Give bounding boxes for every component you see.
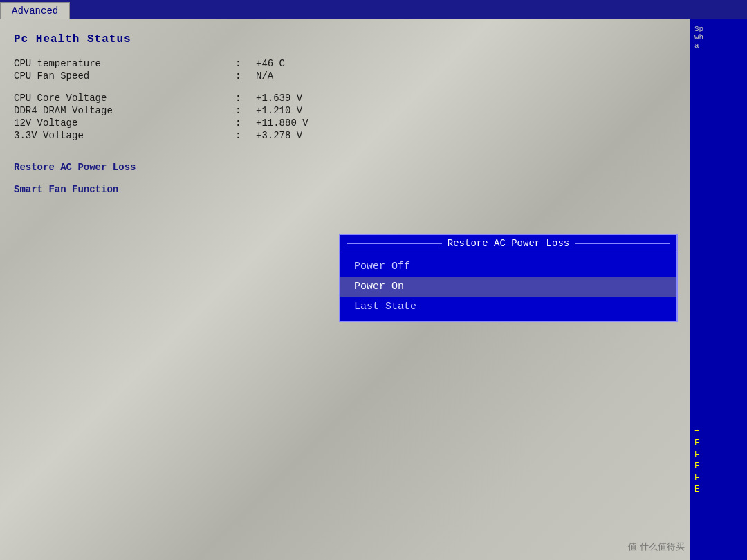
cpu-temperature-sep: : xyxy=(235,58,256,69)
cpu-core-voltage-label: CPU Core Voltage xyxy=(14,93,235,104)
cpu-core-voltage-row: CPU Core Voltage : +1.639 V xyxy=(14,93,676,104)
cpu-fan-speed-sep: : xyxy=(235,71,256,82)
tab-advanced[interactable]: Advanced xyxy=(0,2,70,19)
right-panel-bottom: + F F F F E xyxy=(692,422,747,560)
cpu-core-voltage-value: +1.639 V xyxy=(256,93,302,104)
bottom-line-2: F xyxy=(694,438,744,449)
cpu-temperature-value: +46 C xyxy=(256,58,285,69)
tab-bar: Advanced xyxy=(0,0,747,19)
dropdown-item-power-on[interactable]: Power On xyxy=(340,277,676,297)
33v-voltage-value: +3.278 V xyxy=(256,130,302,141)
33v-voltage-sep: : xyxy=(235,130,256,141)
restore-ac-label: Restore AC Power Loss xyxy=(14,162,235,173)
dropdown-title: Restore AC Power Loss xyxy=(340,235,676,252)
cpu-fan-speed-row: CPU Fan Speed : N/A xyxy=(14,71,676,82)
spacer-1 xyxy=(14,83,676,93)
bottom-line-6: E xyxy=(694,484,744,496)
12v-voltage-label: 12V Voltage xyxy=(14,118,235,129)
spacer-3 xyxy=(14,152,676,162)
spacer-4 xyxy=(14,174,676,184)
dropdown-items-list: Power Off Power On Last State xyxy=(340,252,676,321)
cpu-temperature-row: CPU temperature : +46 C xyxy=(14,58,676,69)
watermark: 值 什么值得买 xyxy=(628,541,685,553)
right-panel-text-2: wh xyxy=(694,33,744,41)
right-panel-text-1: Sp xyxy=(694,25,744,33)
cpu-core-voltage-sep: : xyxy=(235,93,256,104)
dropdown-item-last-state[interactable]: Last State xyxy=(340,297,676,317)
bottom-line-5: F xyxy=(694,472,744,484)
bottom-line-3: F xyxy=(694,449,744,461)
right-panel-bottom-text: + F F F F E xyxy=(694,426,744,496)
cpu-temperature-label: CPU temperature xyxy=(14,58,235,69)
cpu-fan-speed-label: CPU Fan Speed xyxy=(14,71,235,82)
smart-fan-row[interactable]: Smart Fan Function xyxy=(14,184,676,195)
restore-ac-row[interactable]: Restore AC Power Loss xyxy=(14,162,676,173)
restore-ac-dropdown[interactable]: Restore AC Power Loss Power Off Power On… xyxy=(339,234,678,322)
bios-screen: Advanced Pc Health Status CPU temperatur… xyxy=(0,0,747,560)
right-panel-text-3: a xyxy=(694,41,744,50)
dropdown-item-power-off[interactable]: Power Off xyxy=(340,256,676,277)
ddr4-voltage-sep: : xyxy=(235,105,256,116)
main-content: Pc Health Status CPU temperature : +46 C… xyxy=(0,19,747,560)
smart-fan-label: Smart Fan Function xyxy=(14,184,235,195)
33v-voltage-row: 3.3V Voltage : +3.278 V xyxy=(14,130,676,141)
cpu-fan-speed-value: N/A xyxy=(256,71,273,82)
bottom-line-1: + xyxy=(694,426,744,438)
left-panel: Pc Health Status CPU temperature : +46 C… xyxy=(0,19,692,560)
33v-voltage-label: 3.3V Voltage xyxy=(14,130,235,141)
12v-voltage-row: 12V Voltage : +11.880 V xyxy=(14,118,676,129)
12v-voltage-value: +11.880 V xyxy=(256,118,308,129)
ddr4-voltage-row: DDR4 DRAM Voltage : +1.210 V xyxy=(14,105,676,116)
bottom-line-4: F xyxy=(694,460,744,472)
ddr4-voltage-value: +1.210 V xyxy=(256,105,302,116)
section-title: Pc Health Status xyxy=(14,33,676,46)
ddr4-voltage-label: DDR4 DRAM Voltage xyxy=(14,105,235,116)
12v-voltage-sep: : xyxy=(235,118,256,129)
spacer-2 xyxy=(14,142,676,152)
